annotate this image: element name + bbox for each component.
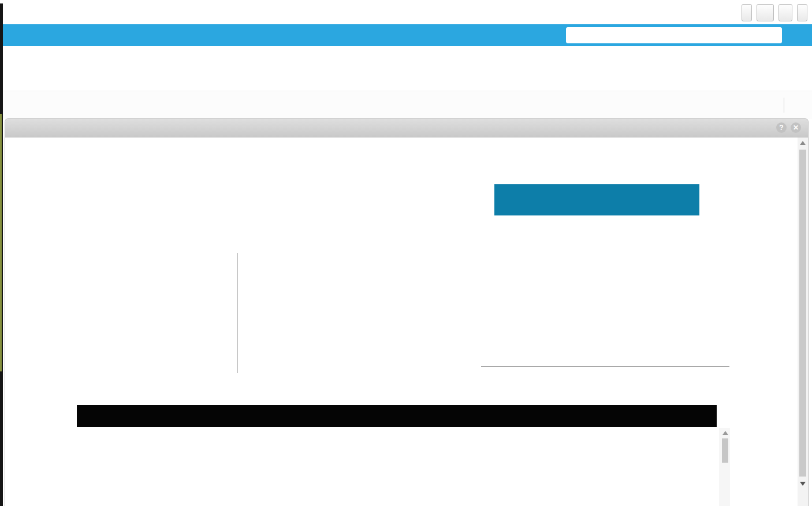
report-status-chart (75, 232, 259, 399)
hbar-plot (237, 253, 456, 373)
toolbar-divider (784, 98, 784, 113)
total-reports-badge (494, 184, 699, 215)
toolbar-controls (791, 54, 809, 65)
help-menu-button[interactable] (779, 4, 792, 21)
search-box (566, 27, 782, 43)
panel-close-icon[interactable]: ✕ (791, 122, 801, 133)
dashboard-toolbar (0, 46, 812, 91)
regulatory-reports-panel: ? ✕ (5, 118, 809, 506)
panel-help-icon[interactable]: ? (776, 122, 787, 133)
main-nav (0, 24, 812, 46)
workflow-stage-chart (467, 232, 739, 399)
breadcrumb-actions (774, 96, 807, 114)
page-scroll-down-arrow[interactable] (800, 482, 806, 486)
page-scroll-thumb[interactable] (799, 150, 806, 477)
header-actions (742, 4, 807, 21)
panel-header: ? ✕ (5, 119, 808, 137)
table-header (77, 405, 717, 427)
transmission-status-chart (233, 232, 482, 399)
table-scroll-up-arrow[interactable] (722, 431, 728, 435)
page-scrollbar[interactable] (798, 137, 808, 506)
top-header (0, 0, 812, 24)
table-scrollbar[interactable] (720, 428, 730, 506)
page-scroll-up-arrow[interactable] (800, 141, 806, 145)
application-window: ? ✕ (0, 0, 812, 506)
home-button[interactable] (742, 4, 752, 21)
search-submit-button[interactable] (783, 26, 803, 44)
logout-button[interactable] (797, 4, 807, 21)
breadcrumb-row (0, 91, 812, 119)
left-edge-accent (0, 114, 2, 371)
user-menu-button[interactable] (757, 4, 774, 21)
reports-table (77, 405, 717, 506)
vbar-plot (481, 260, 729, 367)
panel-header-actions: ? ✕ (772, 122, 801, 133)
table-scroll-thumb[interactable] (722, 438, 728, 463)
search-input[interactable] (566, 27, 782, 43)
